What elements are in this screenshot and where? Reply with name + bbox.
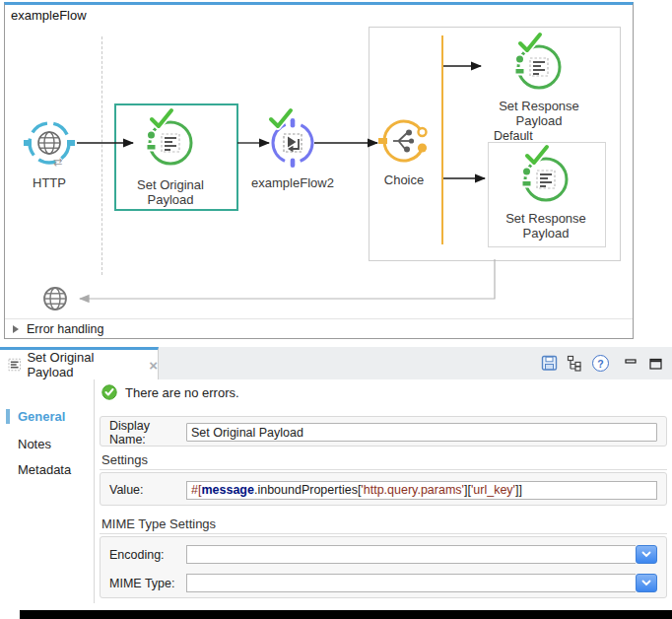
node-label-set-response-payload-default: Set Response Payload — [492, 212, 600, 241]
save-icon[interactable] — [541, 355, 558, 372]
active-tab-indicator — [6, 409, 10, 424]
node-label-set-response-payload-top: Set Response Payload — [485, 100, 593, 128]
set-payload-icon — [140, 107, 201, 171]
mel-string-2: 'url_key' — [471, 483, 515, 497]
node-label-choice: Choice — [340, 173, 468, 188]
tree-icon[interactable] — [567, 355, 583, 372]
settings-group: Value: #[message.inboundProperties['http… — [100, 472, 667, 506]
encoding-input[interactable] — [186, 545, 636, 564]
encoding-combo — [186, 545, 657, 564]
node-http[interactable]: ⇄ — [19, 107, 80, 171]
display-name-group: Display Name: — [100, 416, 667, 447]
choice-icon — [373, 105, 435, 169]
error-handling-label: Error handling — [27, 322, 104, 336]
mime-group: Encoding: MIME Type: — [100, 536, 667, 598]
help-icon[interactable]: ? — [592, 355, 609, 372]
status-message: There are no errors. — [125, 385, 239, 400]
mime-type-dropdown-button[interactable] — [636, 574, 657, 592]
mel-close: ]] — [515, 483, 522, 497]
node-set-response-payload-top[interactable] — [508, 32, 570, 95]
close-icon[interactable]: × — [149, 358, 158, 373]
connector-response-return — [80, 259, 495, 299]
mime-type-input[interactable] — [186, 574, 636, 592]
window-bottom-edge — [20, 610, 672, 619]
view-toolbar: ? — [532, 355, 662, 372]
tab-set-original-payload[interactable]: Set Original Payload × — [0, 347, 159, 379]
settings-heading: Settings — [101, 452, 148, 467]
flow-ref-icon — [262, 107, 323, 171]
flow-title: exampleFlow — [11, 8, 87, 23]
encoding-dropdown-button[interactable] — [636, 545, 657, 564]
http-connector-icon: ⇄ — [19, 107, 80, 171]
expand-triangle-icon[interactable] — [13, 325, 19, 333]
mel-keyword: message — [201, 483, 254, 497]
properties-tabstrip: Set Original Payload × ? — [0, 347, 672, 379]
mel-string-1: 'http.query.params' — [361, 483, 464, 497]
anypoint-studio-window: exampleFlow Default — [0, 0, 672, 619]
mel-open: #[ — [191, 483, 201, 497]
globe-icon — [38, 132, 60, 154]
node-choice[interactable] — [373, 105, 435, 169]
payload-icon — [8, 358, 21, 372]
mel-accessor: .inboundProperties[ — [254, 483, 361, 497]
node-label-set-original-payload: Set Original Payload — [116, 178, 225, 207]
mime-heading: MIME Type Settings — [101, 516, 216, 531]
properties-panel: General Notes Metadata There are no erro… — [0, 379, 672, 608]
two-way-arrows-icon: ⇄ — [53, 156, 62, 168]
mel-brackets: ][ — [464, 483, 471, 497]
dropdown-chevron-icon — [640, 550, 652, 559]
source-section-divider — [101, 36, 102, 275]
default-route-label: Default — [494, 129, 533, 143]
value-expression-input[interactable]: #[message.inboundProperties['http.query.… — [186, 481, 657, 500]
properties-main: There are no errors. Display Name: Setti… — [95, 379, 672, 608]
node-set-response-payload-default[interactable] — [515, 144, 576, 207]
node-exampleflow2[interactable] — [262, 107, 323, 171]
sidebar-item-metadata[interactable]: Metadata — [18, 462, 71, 477]
encoding-label: Encoding: — [109, 548, 186, 562]
settings-divider — [100, 469, 667, 470]
mime-divider — [100, 533, 667, 534]
node-label-http: HTTP — [0, 176, 113, 191]
sidebar-item-notes[interactable]: Notes — [18, 437, 51, 451]
display-name-label: Display Name: — [109, 419, 186, 447]
error-handling-section[interactable]: Error handling — [5, 318, 633, 338]
mime-type-combo — [186, 574, 657, 592]
globe-icon — [40, 284, 70, 313]
value-label: Value: — [109, 483, 186, 497]
no-errors-check-icon — [101, 384, 117, 400]
dropdown-chevron-icon — [640, 579, 652, 587]
http-response-endpoint[interactable] — [40, 284, 70, 317]
tab-title: Set Original Payload — [27, 350, 139, 379]
flow-canvas[interactable]: exampleFlow Default — [4, 2, 634, 339]
set-payload-icon — [515, 144, 576, 207]
status-row: There are no errors. — [101, 384, 239, 400]
display-name-input[interactable] — [186, 423, 657, 442]
payload-icon — [162, 134, 179, 152]
maximize-icon[interactable] — [649, 358, 662, 370]
check-icon — [271, 110, 291, 126]
node-set-original-payload[interactable] — [140, 107, 201, 171]
mime-type-label: MIME Type: — [109, 577, 186, 590]
sidebar-item-general[interactable]: General — [18, 409, 65, 424]
minimize-icon[interactable] — [625, 358, 638, 369]
properties-sidebar: General Notes Metadata — [0, 379, 95, 603]
set-payload-icon — [508, 32, 570, 95]
